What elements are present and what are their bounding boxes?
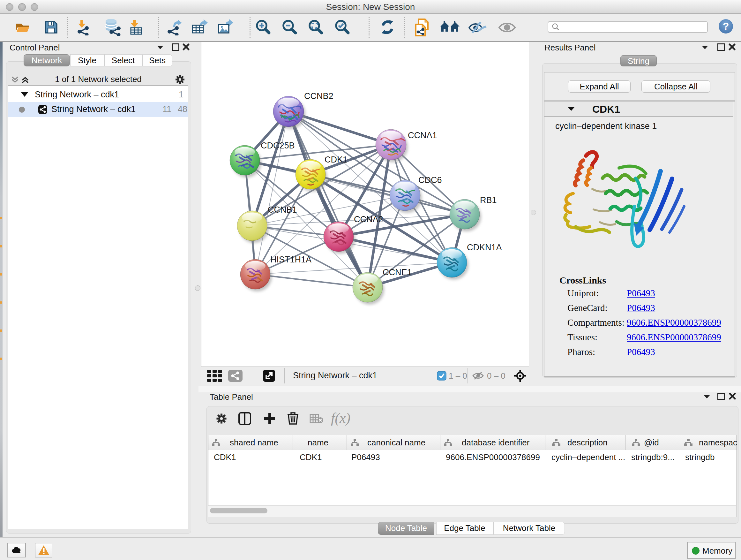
svg-text:CDC25B: CDC25B <box>261 141 295 150</box>
svg-text:CCNB2: CCNB2 <box>304 91 333 101</box>
svg-text:CCNA1: CCNA1 <box>408 131 437 140</box>
svg-text:RB1: RB1 <box>480 195 497 205</box>
svg-text:CCNE1: CCNE1 <box>383 267 412 277</box>
svg-text:HIST1H1A: HIST1H1A <box>270 255 312 264</box>
svg-text:CCNA2: CCNA2 <box>354 214 383 224</box>
svg-text:CDK1: CDK1 <box>325 155 347 165</box>
svg-text:CDC6: CDC6 <box>418 175 442 185</box>
svg-text:CCNB1: CCNB1 <box>268 205 297 214</box>
svg-text:CDKN1A: CDKN1A <box>467 243 502 252</box>
